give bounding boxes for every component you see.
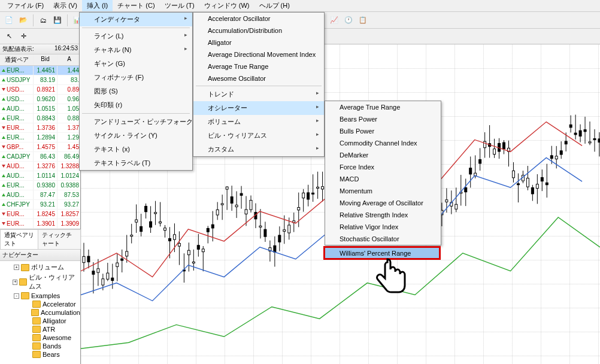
menu-item[interactable]: Awesome Oscillator xyxy=(193,72,324,84)
tree-item[interactable]: -Examples xyxy=(4,292,80,300)
direction-icon xyxy=(2,117,5,120)
sidebar: 気配値表示: 16:24:53 通貨ペア Bid A EUR...1.44511… xyxy=(0,44,81,364)
menu-item[interactable]: ライン (L) xyxy=(80,29,192,43)
menu-chart[interactable]: チャート (C) xyxy=(113,0,159,11)
menu-item[interactable]: 矢印類 (r) xyxy=(80,98,192,112)
market-watch-row[interactable]: EUR...1.37361.37 xyxy=(0,123,80,133)
col-ask[interactable]: A xyxy=(57,54,81,65)
indicators-icon[interactable]: 📈 xyxy=(328,14,341,27)
tree-item-label: Awesome xyxy=(43,334,71,341)
menu-file[interactable]: ファイル (F) xyxy=(2,0,49,11)
new-chart-icon[interactable]: 📄 xyxy=(2,14,16,27)
market-watch-row[interactable]: EUR...1.82451.8257 xyxy=(0,210,80,219)
market-watch-row[interactable]: EUR...0.93800.9388 xyxy=(0,181,80,190)
save-icon[interactable]: 💾 xyxy=(51,14,64,27)
menu-window[interactable]: ウィンドウ (W) xyxy=(199,0,254,11)
expand-icon[interactable]: - xyxy=(14,293,19,299)
direction-icon xyxy=(2,174,5,177)
menu-item[interactable]: カスタム xyxy=(193,142,324,156)
tab-symbols[interactable]: 通貨ペアリスト xyxy=(0,229,38,249)
menu-item[interactable]: Relative Vigor Index xyxy=(325,221,441,233)
tree-item[interactable]: +ボリューム xyxy=(4,262,80,272)
menu-item[interactable]: 図形 (S) xyxy=(80,84,192,98)
direction-icon xyxy=(2,155,5,158)
menu-item[interactable]: アンドリューズ・ピッチフォーク (A) xyxy=(80,115,192,129)
indicator-icon xyxy=(32,301,41,308)
market-watch-row[interactable]: AUD...1.32761.3288 xyxy=(0,162,80,171)
item-williams-percent-range: Williams' Percent Range xyxy=(340,250,411,257)
menu-item[interactable]: Bulls Power xyxy=(325,125,441,137)
direction-icon xyxy=(2,98,5,101)
market-watch-row[interactable]: GBP...1.45751.45 xyxy=(0,142,80,152)
tree-item[interactable]: Alligator xyxy=(4,317,80,325)
market-watch-row[interactable]: EUR...1.44511.44 xyxy=(0,66,80,75)
market-watch-row[interactable]: EUR...1.28941.29 xyxy=(0,133,80,142)
menu-tools[interactable]: ツール (T) xyxy=(160,0,199,11)
menu-item[interactable]: Accumulation/Distribution xyxy=(193,25,324,37)
market-watch-time: 16:24:53 xyxy=(54,45,78,53)
menu-item[interactable]: オシレーター xyxy=(193,101,324,115)
menu-item[interactable]: Commodity Channel Index xyxy=(325,137,441,149)
tree-item-label: Alligator xyxy=(43,317,66,324)
tree-item[interactable]: Accumulation xyxy=(4,308,80,317)
menu-item[interactable]: Average True Range xyxy=(325,101,441,113)
direction-icon xyxy=(2,184,5,187)
menu-item[interactable]: Accelerator Oscillator xyxy=(193,13,324,25)
market-watch-row[interactable]: AUD...1.05151.05 xyxy=(0,104,80,114)
tree-item[interactable]: Accelerator xyxy=(4,300,80,308)
hand-pointer-icon xyxy=(374,257,410,299)
cursor-icon[interactable]: ↖ xyxy=(2,30,16,43)
expand-icon[interactable]: + xyxy=(13,280,17,285)
market-watch-row[interactable]: CADJPY86.4386.49 xyxy=(0,152,80,162)
market-watch-row[interactable]: CHFJPY93.2193.27 xyxy=(0,200,80,210)
menu-item[interactable]: Relative Strength Index xyxy=(325,209,441,221)
menu-item[interactable]: Average Directional Movement Index xyxy=(193,48,324,60)
expand-icon[interactable]: + xyxy=(14,265,19,270)
tree-item[interactable]: Bands xyxy=(4,342,80,350)
tree-item[interactable]: ATR xyxy=(4,325,80,333)
menu-help[interactable]: ヘルプ (H) xyxy=(254,0,295,11)
menu-item[interactable]: Stochastic Oscillator xyxy=(325,233,441,245)
menu-item[interactable]: Alligator xyxy=(193,37,324,48)
menu-item[interactable]: ギャン (G) xyxy=(80,57,192,71)
open-icon[interactable]: 📂 xyxy=(17,14,30,27)
menu-view[interactable]: 表示 (V) xyxy=(49,0,82,11)
indicator-icon xyxy=(32,351,41,358)
market-watch-row[interactable]: AUD...87.4787.53 xyxy=(0,190,80,200)
menu-item[interactable]: トレンド xyxy=(193,87,324,101)
tab-tick-chart[interactable]: ティックチャート xyxy=(38,229,81,249)
menu-item[interactable]: Moving Average of Oscillator xyxy=(325,197,441,209)
menu-item[interactable]: Bears Power xyxy=(325,113,441,125)
periods-icon[interactable]: 🕐 xyxy=(342,14,355,27)
tree-item[interactable]: Awesome xyxy=(4,333,80,342)
tree-item[interactable]: Bears xyxy=(4,350,80,359)
market-watch-row[interactable]: AUD...1.01141.0124 xyxy=(0,171,80,181)
menu-item[interactable]: Momentum xyxy=(325,185,441,197)
menu-item[interactable]: Average True Range xyxy=(193,60,324,72)
menu-item[interactable]: フィボナッチ (F) xyxy=(80,71,192,84)
menu-item[interactable]: テキストラベル (T) xyxy=(80,156,192,170)
direction-icon xyxy=(2,69,5,72)
market-watch-row[interactable]: USDJPY83.1983. xyxy=(0,75,80,85)
menu-insert[interactable]: 挿入 (I) xyxy=(82,0,113,11)
menu-item[interactable]: インディケータ xyxy=(80,13,192,26)
menu-item[interactable]: テキスト (x) xyxy=(80,142,192,156)
col-symbol[interactable]: 通貨ペア xyxy=(0,54,34,65)
menu-item[interactable]: サイクル・ライン (Y) xyxy=(80,129,192,142)
menu-item[interactable]: チャネル (N) xyxy=(80,43,192,57)
tree-item[interactable]: +ビル・ウィリアムス xyxy=(4,272,80,292)
menu-item[interactable]: MACD xyxy=(325,173,441,185)
menu-item[interactable]: ボリューム xyxy=(193,115,324,129)
crosshair-icon[interactable]: ✛ xyxy=(17,30,30,43)
col-bid[interactable]: Bid xyxy=(34,54,57,65)
dropdown-oscillators: Average True RangeBears PowerBulls Power… xyxy=(325,101,441,245)
menu-item[interactable]: Force Index xyxy=(325,161,441,173)
market-watch-row[interactable]: EUR...1.39011.3909 xyxy=(0,219,80,229)
market-watch-row[interactable]: USD...0.89210.89 xyxy=(0,85,80,95)
market-watch-row[interactable]: USD...0.96200.96 xyxy=(0,95,80,104)
menu-item[interactable]: DeMarker xyxy=(325,149,441,161)
market-watch-row[interactable]: EUR...0.88430.88 xyxy=(0,114,80,123)
templates-icon[interactable]: 📋 xyxy=(356,14,369,27)
menu-item[interactable]: ビル・ウィリアムス xyxy=(193,129,324,142)
profile-icon[interactable]: 🗂 xyxy=(37,14,50,27)
